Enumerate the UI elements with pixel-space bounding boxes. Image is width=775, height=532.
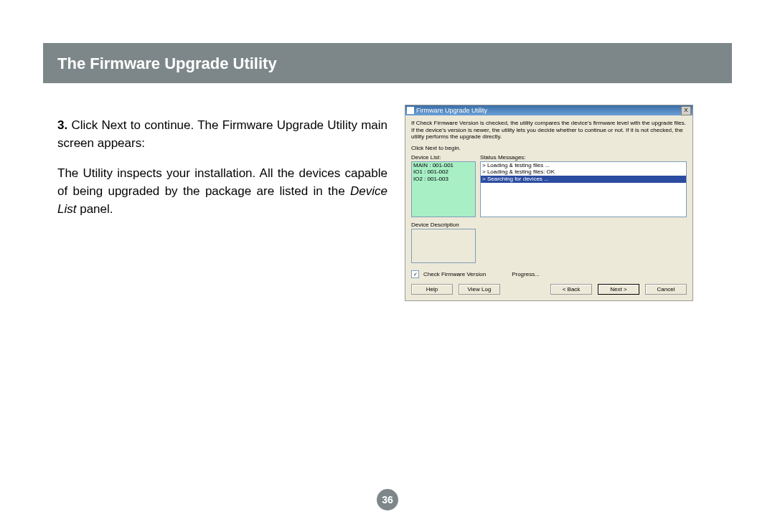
device-list-label: Device List: <box>411 154 476 161</box>
device-list[interactable]: MAIN : 001-001 IO1 : 001-002 IO2 : 001-0… <box>411 161 476 217</box>
desc-post: panel. <box>76 202 113 216</box>
device-description-box <box>411 229 476 263</box>
app-icon <box>407 107 414 114</box>
step-text: Click Next to continue. The Firmware Upg… <box>57 118 388 150</box>
step-number: 3. <box>57 118 67 132</box>
status-label: Status Messages: <box>480 154 687 161</box>
dialog-titlebar: Firmware Upgrade Utility X <box>405 105 692 115</box>
panels-row: Device List: MAIN : 001-001 IO1 : 001-00… <box>411 154 687 263</box>
check-firmware-label: Check Firmware Version <box>423 271 486 277</box>
list-item[interactable]: MAIN : 001-001 <box>412 162 475 169</box>
dialog-click-next: Click Next to begin. <box>411 145 687 151</box>
device-description-label: Device Description <box>411 222 476 228</box>
cancel-button[interactable]: Cancel <box>645 284 687 295</box>
view-log-button[interactable]: View Log <box>459 284 500 295</box>
desc-pre: The Utility inspects your installation. … <box>57 166 388 198</box>
back-button[interactable]: < Back <box>550 284 592 295</box>
section-title-bar: The Firmware Upgrade Utility <box>43 43 732 83</box>
list-item[interactable]: IO1 : 001-002 <box>412 168 475 176</box>
device-description-panel: Device Description <box>411 222 476 263</box>
step-paragraph: 3. Click Next to continue. The Firmware … <box>57 117 388 152</box>
check-firmware-checkbox[interactable]: ✓ <box>411 270 419 278</box>
progress-label: Progress... <box>512 271 540 277</box>
list-item: > Loading & testing files ... <box>481 162 686 169</box>
help-button[interactable]: Help <box>411 284 453 295</box>
button-row: Help View Log < Back Next > Cancel <box>411 284 687 295</box>
list-item: > Loading & testing files: OK <box>481 168 686 176</box>
status-panel: Status Messages: > Loading & testing fil… <box>480 154 687 263</box>
content-row: 3. Click Next to continue. The Firmware … <box>43 83 732 301</box>
options-row: ✓ Check Firmware Version Progress... <box>411 270 687 278</box>
dialog-title: Firmware Upgrade Utility <box>416 107 681 114</box>
device-list-panel: Device List: MAIN : 001-001 IO1 : 001-00… <box>411 154 476 263</box>
dialog-body: If Check Firmware Version is checked, th… <box>405 115 692 300</box>
close-button[interactable]: X <box>681 106 691 115</box>
text-column: 3. Click Next to continue. The Firmware … <box>57 105 388 301</box>
page-number-container: 36 <box>0 489 775 510</box>
status-list[interactable]: > Loading & testing files ... > Loading … <box>480 161 687 217</box>
screenshot-column: Firmware Upgrade Utility X If Check Firm… <box>405 105 718 301</box>
firmware-dialog: Firmware Upgrade Utility X If Check Firm… <box>405 105 693 301</box>
section-title: The Firmware Upgrade Utility <box>57 54 277 72</box>
document-page: The Firmware Upgrade Utility 3. Click Ne… <box>43 43 732 301</box>
description-paragraph: The Utility inspects your installation. … <box>57 165 388 218</box>
list-item: > Searching for devices ... <box>481 176 686 183</box>
next-button[interactable]: Next > <box>598 284 639 295</box>
list-item[interactable]: IO2 : 001-003 <box>412 176 475 183</box>
page-number-badge: 36 <box>377 489 398 510</box>
dialog-intro-text: If Check Firmware Version is checked, th… <box>411 120 687 141</box>
